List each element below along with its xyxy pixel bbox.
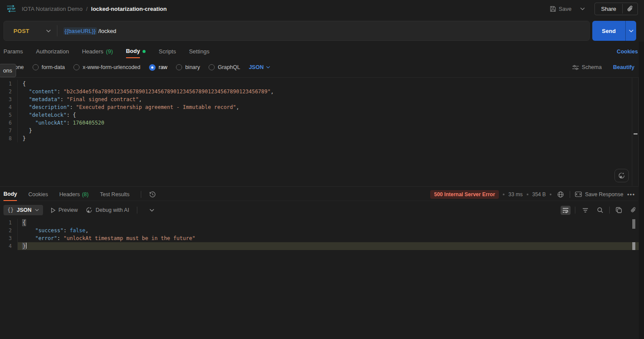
response-scrollbar-thumb[interactable] <box>632 219 635 229</box>
response-tabs-divider <box>141 191 141 198</box>
copy-icon <box>616 207 622 213</box>
body-type-binary[interactable]: binary <box>176 64 200 70</box>
beautify-button[interactable]: Beautify <box>613 64 634 70</box>
sidebar-tooltip-fragment: ons <box>0 64 16 77</box>
body-type-urlencoded[interactable]: x-www-form-urlencoded <box>73 64 140 70</box>
code-line[interactable]: 4} <box>0 242 639 250</box>
save-response-button[interactable]: Save Response <box>575 191 623 197</box>
radio-icon <box>176 64 182 70</box>
code-line[interactable]: 1{ <box>0 219 639 227</box>
code-line[interactable]: 3 "metadata": "Final signed contract", <box>0 95 631 103</box>
line-number: 2 <box>0 227 17 234</box>
tab-authorization[interactable]: Authorization <box>36 45 69 58</box>
request-body-editor[interactable]: 1{2 "content": "b2c3d4e5f6a7890123456789… <box>0 80 631 142</box>
code-line[interactable]: 1{ <box>0 80 631 88</box>
body-type-graphql[interactable]: GraphQL <box>209 64 240 70</box>
response-tab-test-results[interactable]: Test Results <box>100 188 129 201</box>
history-clock-icon <box>149 191 156 198</box>
save-button[interactable]: Save <box>547 4 574 14</box>
breadcrumb-request-name[interactable]: locked-notarization-creation <box>91 6 167 12</box>
window-scroll-rail[interactable] <box>639 42 644 339</box>
save-button-label: Save <box>559 6 572 12</box>
url-path: /locked <box>98 28 116 34</box>
response-tab-headers[interactable]: Headers(8) <box>59 188 89 201</box>
filter-button[interactable] <box>581 206 590 214</box>
save-response-label: Save Response <box>585 191 623 197</box>
postbot-ai-button[interactable] <box>614 169 629 182</box>
request-editor-scrollbar[interactable] <box>632 78 639 186</box>
code-content: } <box>17 135 631 142</box>
preview-button[interactable]: Preview <box>51 207 78 213</box>
copy-link-button[interactable] <box>629 205 638 215</box>
share-button[interactable]: Share <box>595 3 622 15</box>
url-input[interactable]: {{baseURL}} /locked <box>63 27 116 35</box>
code-line[interactable]: 4 "description": "Executed partnership a… <box>0 103 631 111</box>
copy-button[interactable] <box>614 205 624 215</box>
wrap-text-button[interactable] <box>561 206 571 215</box>
schema-button[interactable]: Schema <box>572 64 602 70</box>
response-tab-cookies[interactable]: Cookies <box>28 188 48 201</box>
save-icon <box>550 6 556 12</box>
chevron-down-icon <box>46 30 51 33</box>
response-format-select[interactable]: {} JSON <box>3 205 43 215</box>
meta-separator-dot <box>550 194 551 195</box>
network-info-button[interactable] <box>555 189 566 200</box>
code-content: } <box>17 127 631 135</box>
code-line[interactable]: 8} <box>0 135 631 142</box>
body-type-raw[interactable]: raw <box>149 64 167 71</box>
response-body-editor[interactable]: 1{2 "success": false,3 "error": "unlockA… <box>0 219 639 250</box>
raw-language-select[interactable]: JSON <box>249 64 270 70</box>
code-line[interactable]: 3 "error": "unlockAt timestamp must be i… <box>0 234 639 242</box>
filter-icon <box>582 208 588 213</box>
breadcrumb-collection[interactable]: IOTA Notarization Demo <box>22 6 83 12</box>
response-more-button[interactable]: ••• <box>627 191 635 197</box>
ai-orb-icon <box>618 172 625 179</box>
tab-body[interactable]: Body <box>126 45 146 58</box>
send-options-chevron[interactable] <box>625 21 636 41</box>
chevron-down-icon <box>266 66 270 69</box>
save-options-chevron[interactable] <box>578 6 587 12</box>
response-tab-body[interactable]: Body <box>3 188 17 201</box>
line-number: 2 <box>0 88 17 95</box>
response-history-button[interactable] <box>147 189 158 200</box>
body-type-form-data[interactable]: form-data <box>33 64 65 70</box>
line-number: 1 <box>0 219 17 227</box>
body-options-right: Schema Beautify <box>572 61 634 74</box>
response-cursor-marker[interactable] <box>632 242 635 250</box>
code-line[interactable]: 6 "unlockAt": 1760405520 <box>0 119 631 127</box>
line-number: 4 <box>0 242 17 250</box>
debug-with-ai-button[interactable]: Debug with AI <box>86 207 129 214</box>
tab-scripts[interactable]: Scripts <box>159 45 176 58</box>
status-badge[interactable]: 500 Internal Server Error <box>430 190 499 199</box>
line-number: 3 <box>0 95 17 103</box>
send-button-group: Send <box>592 21 636 41</box>
braces-icon: {} <box>7 207 13 213</box>
send-button[interactable]: Send <box>592 21 625 41</box>
code-line[interactable]: 2 "success": false, <box>0 227 639 234</box>
tab-settings[interactable]: Settings <box>189 45 209 58</box>
method-selector[interactable]: POST <box>4 28 30 34</box>
code-line[interactable]: 5 "deleteLock": { <box>0 111 631 119</box>
postman-app-window: HTTP IOTA Notarization Demo / locked-not… <box>0 0 644 339</box>
response-meta: 500 Internal Server Error 33 ms 354 B Sa… <box>430 189 638 200</box>
breadcrumb-separator: / <box>86 6 88 12</box>
ai-orb-icon <box>86 207 93 214</box>
response-size[interactable]: 354 B <box>532 191 546 197</box>
search-button[interactable] <box>595 205 605 215</box>
scrollbar-mark <box>634 133 637 135</box>
url-environment-variable[interactable]: {{baseURL}} <box>63 27 97 35</box>
toolbar-more-chevron[interactable] <box>148 207 156 214</box>
copy-link-button[interactable] <box>623 3 637 15</box>
cookies-link[interactable]: Cookies <box>617 49 638 55</box>
radio-icon <box>209 64 215 70</box>
code-line[interactable]: 7 } <box>0 127 631 135</box>
tab-headers[interactable]: Headers(9) <box>82 45 113 58</box>
body-type-options: none form-data x-www-form-urlencoded raw… <box>3 61 270 74</box>
response-tabs: Body Cookies Headers(8) Test Results 500… <box>0 188 638 201</box>
code-line[interactable]: 2 "content": "b2c3d4e5f6a789012345678901… <box>0 88 631 95</box>
response-time[interactable]: 33 ms <box>508 191 523 197</box>
play-icon <box>51 207 56 213</box>
method-chevron[interactable] <box>46 30 51 33</box>
tab-params[interactable]: Params <box>3 45 23 58</box>
topbar-actions: Save Share <box>547 3 638 15</box>
